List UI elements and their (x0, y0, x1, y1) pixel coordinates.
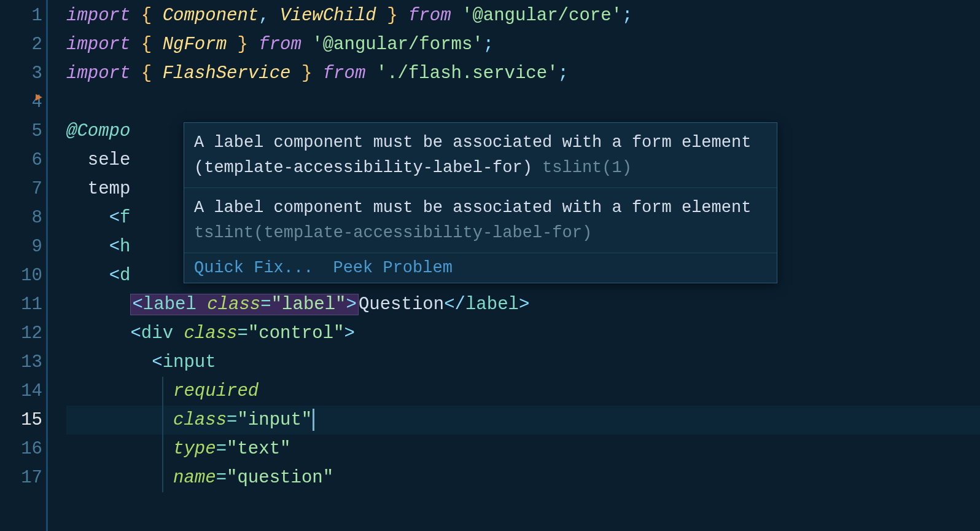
line-number: 10 (0, 261, 42, 290)
code-line[interactable]: type="text" (66, 435, 980, 463)
code-line[interactable]: import { NgForm } from '@angular/forms'; (66, 30, 980, 59)
fold-triangle-icon[interactable]: ▶ (36, 90, 42, 103)
lint-message-text: A label component must be associated wit… (194, 133, 751, 177)
text-cursor (313, 409, 314, 431)
code-content[interactable]: import { Component, ViewChild } from '@a… (46, 0, 980, 531)
lint-warning-span[interactable]: <label class="label"> (130, 294, 358, 315)
code-line[interactable]: import { FlashService } from './flash.se… (66, 59, 980, 88)
line-number: 12 (0, 319, 42, 348)
line-number-gutter: 1 2 3 4 5 6 7 8 9 10 11 12 13 14 15 16 1… (0, 0, 46, 531)
line-number: 16 (0, 435, 42, 463)
code-editor[interactable]: ▶ 1 2 3 4 5 6 7 8 9 10 11 12 13 14 15 16… (0, 0, 980, 531)
line-number: 3 (0, 59, 42, 88)
lint-message: A label component must be associated wit… (184, 188, 777, 253)
code-line[interactable]: name="question" (66, 463, 980, 492)
line-number: 15 (0, 406, 42, 435)
line-number: 6 (0, 146, 42, 175)
code-line[interactable]: <label class="label">Question</label> (66, 290, 980, 319)
code-line[interactable]: <input (66, 348, 980, 377)
problem-hover-popup: A label component must be associated wit… (184, 122, 777, 283)
quick-fix-button[interactable]: Quick Fix... (194, 259, 313, 277)
line-number: 5 (0, 117, 42, 146)
line-number: 13 (0, 348, 42, 377)
code-line[interactable] (66, 88, 980, 117)
lint-message-text: A label component must be associated wit… (194, 199, 751, 217)
line-number: 7 (0, 175, 42, 203)
peek-problem-button[interactable]: Peek Problem (333, 259, 452, 277)
line-number: 17 (0, 463, 42, 492)
line-number: 2 (0, 30, 42, 59)
code-line[interactable]: class="input" (66, 406, 980, 435)
hover-actions-row: Quick Fix... Peek Problem (184, 253, 777, 283)
line-number: 1 (0, 1, 42, 30)
lint-message: A label component must be associated wit… (184, 123, 777, 188)
code-line[interactable]: <div class="control"> (66, 319, 980, 348)
code-line[interactable]: required (66, 377, 980, 406)
line-number: 11 (0, 290, 42, 319)
line-number: 8 (0, 203, 42, 232)
lint-source: tslint(template-accessibility-label-for) (194, 224, 592, 242)
line-number: 9 (0, 232, 42, 261)
code-line[interactable]: import { Component, ViewChild } from '@a… (66, 1, 980, 30)
line-number: 14 (0, 377, 42, 406)
lint-source: tslint(1) (542, 159, 632, 177)
